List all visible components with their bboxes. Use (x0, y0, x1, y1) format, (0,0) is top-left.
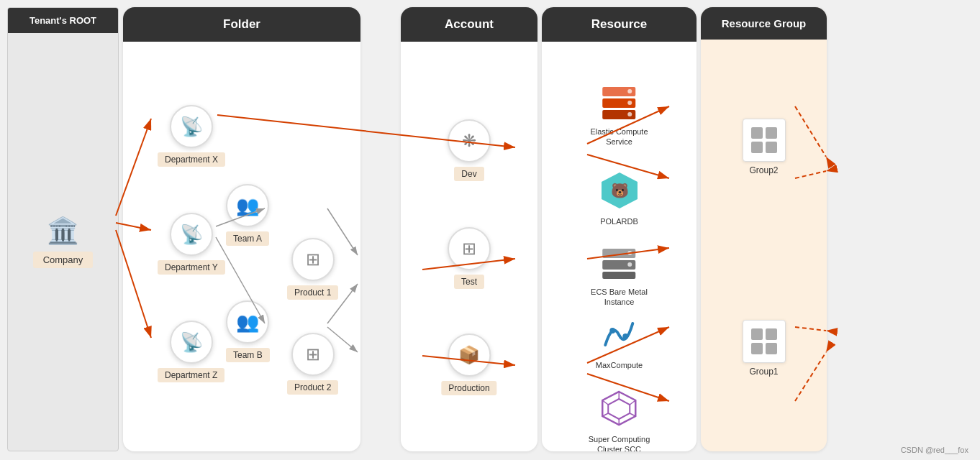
svg-point-26 (628, 89, 632, 93)
svg-point-35 (628, 262, 632, 267)
scc-node: Super Computing Cluster SCC (581, 385, 658, 451)
watermark: CSDN @red___fox (901, 446, 968, 454)
dept-z-node: 📡 Department Z (158, 321, 224, 382)
svg-rect-48 (751, 142, 763, 153)
dev-node: ❋ Dev (448, 119, 491, 181)
resgroup-header: Resource Group (701, 7, 827, 40)
folder-panel: Folder 📡 Department X 📡 Department Y 📡 (123, 7, 360, 451)
ecs-label: Elastic Compute Service (581, 126, 658, 147)
svg-point-27 (628, 101, 632, 105)
resgroup-body: Group2 Group1 (701, 40, 827, 451)
dept-y-icon: 📡 (170, 213, 213, 256)
product-2-node: ⊞ Product 2 (287, 333, 338, 395)
svg-point-37 (622, 334, 628, 339)
team-b-icon: 👥 (226, 300, 269, 344)
ecs-node: Elastic Compute Service (581, 78, 658, 147)
polardb-icon: 🐻 (596, 167, 643, 213)
dept-x-node: 📡 Department X (158, 105, 225, 167)
group1-node: Group1 (743, 320, 786, 377)
root-content: 🏛️ Company (26, 33, 101, 451)
resource-panel: Resource Elastic Compute Service (542, 7, 697, 451)
group1-label: Group1 (749, 367, 778, 377)
dev-icon: ❋ (448, 119, 491, 162)
svg-point-28 (628, 112, 632, 116)
group1-icon (743, 320, 786, 363)
maxcompute-label: MaxCompute (596, 360, 643, 370)
production-label: Production (441, 381, 496, 395)
team-b-node: 👥 Team B (226, 300, 270, 362)
product-2-icon: ⊞ (291, 333, 335, 376)
ecs-icon (596, 78, 643, 124)
svg-rect-52 (751, 343, 763, 354)
resource-body: Elastic Compute Service 🐻 POLARDB (542, 42, 697, 451)
polardb-node: 🐻 POLARDB (596, 167, 643, 226)
dev-label: Dev (454, 167, 484, 181)
ecsbm-icon (596, 238, 643, 284)
maxcompute-node: MaxCompute (596, 311, 643, 370)
scc-icon (596, 385, 643, 431)
team-a-label: Team A (226, 231, 269, 246)
dept-x-icon: 📡 (170, 105, 213, 148)
root-header: Tenant's ROOT (8, 8, 118, 33)
test-icon: ⊞ (448, 227, 491, 270)
product-1-icon: ⊞ (291, 238, 335, 281)
svg-rect-53 (766, 343, 777, 354)
resgroup-panel: Resource Group Group2 (701, 7, 827, 451)
group2-icon (743, 119, 786, 162)
dept-y-node: 📡 Department Y (158, 213, 225, 275)
svg-rect-50 (751, 328, 763, 340)
svg-rect-46 (751, 127, 763, 139)
svg-rect-51 (766, 328, 777, 340)
product-1-label: Product 1 (287, 285, 338, 300)
production-node: 📦 Production (441, 334, 496, 395)
dept-z-label: Department Z (158, 368, 224, 382)
scc-label: Super Computing Cluster SCC (581, 434, 658, 451)
team-a-icon: 👥 (226, 184, 269, 227)
team-a-node: 👥 Team A (226, 184, 269, 246)
dept-x-label: Department X (158, 152, 225, 167)
group2-node: Group2 (743, 119, 786, 175)
product-1-node: ⊞ Product 1 (287, 238, 338, 300)
folder-body: 📡 Department X 📡 Department Y 📡 Departme… (123, 42, 360, 451)
svg-rect-47 (766, 127, 777, 139)
test-node: ⊞ Test (448, 227, 491, 289)
svg-rect-33 (603, 272, 636, 279)
svg-rect-49 (766, 142, 777, 153)
maxcompute-icon (596, 311, 642, 357)
ecsbm-label: ECS Bare Metal Instance (581, 287, 658, 308)
svg-marker-39 (609, 399, 630, 419)
folder-header: Folder (123, 7, 360, 42)
company-label: Company (33, 252, 94, 268)
polardb-label: POLARDB (600, 216, 638, 226)
bank-icon: 🏛️ (47, 216, 79, 246)
account-panel: Account ❋ Dev ⊞ Test 📦 Prod (401, 7, 537, 451)
production-icon: 📦 (448, 334, 491, 377)
svg-point-34 (628, 251, 632, 255)
account-body: ❋ Dev ⊞ Test 📦 Production (401, 42, 537, 451)
svg-text:🐻: 🐻 (610, 182, 628, 199)
product-2-label: Product 2 (287, 380, 338, 395)
svg-point-36 (609, 328, 615, 334)
resource-header: Resource (542, 7, 697, 42)
diagram-container: Tenant's ROOT 🏛️ Company Folder 📡 Depart… (0, 0, 980, 460)
account-header: Account (401, 7, 537, 42)
test-label: Test (454, 275, 484, 289)
team-b-label: Team B (226, 348, 270, 362)
dept-y-label: Department Y (158, 260, 225, 275)
ecsbm-node: ECS Bare Metal Instance (581, 238, 658, 308)
dept-z-icon: 📡 (170, 321, 213, 364)
group2-label: Group2 (749, 165, 778, 175)
root-panel: Tenant's ROOT 🏛️ Company (7, 7, 119, 451)
